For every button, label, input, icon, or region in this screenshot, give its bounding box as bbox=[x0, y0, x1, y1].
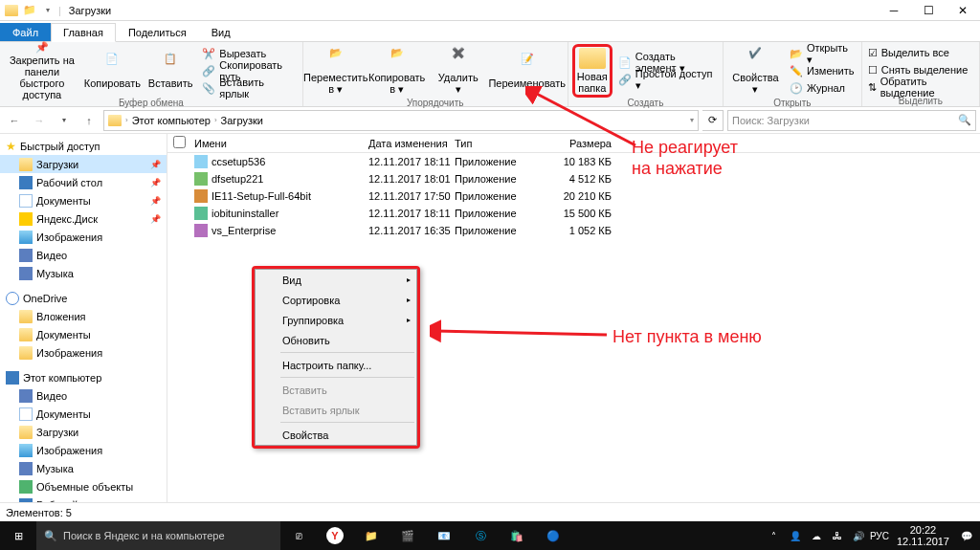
copy-to-button[interactable]: 📂Копировать в ▾ bbox=[368, 44, 426, 98]
sidebar-item-pc-pictures[interactable]: Изображения bbox=[0, 441, 167, 459]
tray-people-icon[interactable]: 👤 bbox=[786, 521, 805, 550]
folder-icon bbox=[579, 48, 606, 69]
tb-app4[interactable]: 🔵 bbox=[535, 521, 571, 550]
sidebar: ★Быстрый доступ Загрузки📌 Рабочий стол📌 … bbox=[0, 134, 167, 502]
tb-app2[interactable]: 📧 bbox=[426, 521, 462, 550]
table-row[interactable]: iobituninstaller 12.11.2017 18:11 Прилож… bbox=[167, 205, 980, 222]
clipboard-group-label: Буфер обмена bbox=[4, 98, 299, 109]
history-button[interactable]: 🕑 Журнал bbox=[788, 79, 858, 97]
sidebar-item-pc-music[interactable]: Музыка bbox=[0, 459, 167, 477]
tray-chevron-up-icon[interactable]: ˄ bbox=[765, 521, 784, 550]
qat-down-icon[interactable] bbox=[4, 3, 19, 18]
table-row[interactable]: ccsetup536 12.11.2017 18:11 Приложение 1… bbox=[167, 153, 980, 170]
ctx-sort[interactable]: Сортировка bbox=[256, 290, 416, 310]
sidebar-item-attachments[interactable]: Вложения bbox=[0, 307, 167, 325]
paste-button[interactable]: 📋Вставить bbox=[145, 44, 196, 98]
col-date[interactable]: Дата изменения bbox=[368, 138, 455, 149]
sidebar-item-pc-3d[interactable]: Объемные объекты bbox=[0, 477, 167, 495]
tray-lang[interactable]: РУС bbox=[870, 521, 889, 550]
tb-app3[interactable]: 🛍️ bbox=[499, 521, 535, 550]
properties-button[interactable]: ✔️Свойства ▾ bbox=[727, 44, 784, 98]
organize-group-label: Упорядочить bbox=[307, 98, 564, 109]
open-button[interactable]: 📂 Открыть ▾ bbox=[788, 45, 858, 62]
forward-button[interactable]: → bbox=[29, 110, 50, 131]
sidebar-item-pictures[interactable]: Изображения bbox=[0, 228, 167, 246]
tray-network-icon[interactable]: 🖧 bbox=[828, 521, 847, 550]
new-folder-button[interactable]: Новая папка bbox=[572, 44, 612, 98]
crumb-1[interactable]: Загрузки bbox=[221, 115, 263, 126]
col-type[interactable]: Тип bbox=[455, 138, 545, 149]
col-name[interactable]: Имени bbox=[190, 138, 368, 149]
maximize-button[interactable]: ☐ bbox=[911, 0, 946, 21]
select-all-checkbox[interactable] bbox=[173, 136, 186, 148]
tb-explorer[interactable]: 📁 bbox=[353, 521, 390, 550]
sidebar-item-documents[interactable]: Документы📌 bbox=[0, 191, 167, 209]
up-button[interactable]: ↑ bbox=[78, 110, 100, 131]
ribbon: 📌 Закрепить на панели быстрого доступа 📄… bbox=[0, 42, 980, 107]
edit-button[interactable]: ✏️ Изменить bbox=[788, 62, 858, 79]
tray-volume-icon[interactable]: 🔊 bbox=[849, 521, 868, 550]
paste-shortcut-button[interactable]: 📎 Вставить ярлык bbox=[200, 79, 298, 97]
search-input[interactable]: Поиск: Загрузки 🔍 bbox=[727, 110, 976, 131]
delete-button[interactable]: ✖️Удалить ▾ bbox=[430, 44, 487, 98]
move-to-button[interactable]: 📂Переместить в ▾ bbox=[307, 44, 365, 98]
tray-onedrive-icon[interactable]: ☁ bbox=[807, 521, 826, 550]
refresh-button[interactable]: ⟳ bbox=[702, 110, 724, 131]
sidebar-item-pc-downloads[interactable]: Загрузки bbox=[0, 423, 167, 441]
sidebar-item-pc-videos[interactable]: Видео bbox=[0, 386, 167, 405]
task-view-button[interactable]: ⎚ bbox=[280, 521, 317, 550]
start-button[interactable]: ⊞ bbox=[0, 521, 36, 550]
pc-icon bbox=[6, 371, 19, 385]
copy-button[interactable]: 📄Копировать bbox=[84, 44, 141, 98]
tab-home[interactable]: Главная bbox=[51, 23, 116, 42]
ctx-group[interactable]: Группировка bbox=[256, 310, 416, 330]
ctx-refresh[interactable]: Обновить bbox=[256, 330, 416, 350]
tab-file[interactable]: Файл bbox=[0, 23, 51, 41]
ctx-properties[interactable]: Свойства bbox=[256, 425, 416, 445]
recent-dropdown[interactable]: ▾ bbox=[54, 110, 75, 131]
tb-yandex[interactable]: Y bbox=[317, 521, 353, 550]
sidebar-item-videos[interactable]: Видео bbox=[0, 246, 167, 264]
sidebar-item-od-docs[interactable]: Документы bbox=[0, 325, 167, 343]
tb-skype[interactable]: Ⓢ bbox=[462, 521, 499, 550]
ctx-customize[interactable]: Настроить папку... bbox=[256, 355, 416, 375]
table-row[interactable]: vs_Enterprise 12.11.2017 16:35 Приложени… bbox=[167, 222, 980, 239]
back-button[interactable]: ← bbox=[4, 110, 25, 131]
sidebar-item-music[interactable]: Музыка bbox=[0, 264, 167, 282]
breadcrumb[interactable]: › Этот компьютер › Загрузки ▾ bbox=[103, 110, 699, 131]
invert-selection-button[interactable]: ⇅ Обратить выделение bbox=[866, 78, 975, 96]
sidebar-item-yandex[interactable]: Яндекс.Диск📌 bbox=[0, 209, 167, 228]
rename-button[interactable]: 📝Переименовать bbox=[491, 44, 564, 98]
notifications-button[interactable]: 💬 bbox=[957, 521, 976, 550]
pin-quick-access-button[interactable]: 📌 Закрепить на панели быстрого доступа bbox=[4, 44, 80, 98]
tray-clock[interactable]: 20:22 12.11.2017 bbox=[891, 524, 955, 547]
qat-new-folder-icon[interactable]: 📁 bbox=[22, 3, 37, 18]
ctx-view[interactable]: Вид bbox=[256, 270, 416, 290]
table-row[interactable]: IE11-Setup-Full-64bit 12.11.2017 17:50 П… bbox=[167, 187, 980, 205]
table-row[interactable]: dfsetup221 12.11.2017 18:01 Приложение 4… bbox=[167, 170, 980, 187]
onedrive-header[interactable]: OneDrive bbox=[0, 290, 167, 307]
select-all-button[interactable]: ☑ Выделить все bbox=[866, 44, 975, 61]
tab-share[interactable]: Поделиться bbox=[116, 23, 199, 41]
status-bar: Элементов: 5 bbox=[0, 502, 980, 521]
taskbar: ⊞ 🔍 Поиск в Яндекс и на компьютере ⎚ Y 📁… bbox=[0, 521, 980, 550]
ctx-paste: Вставить bbox=[256, 380, 416, 400]
close-button[interactable]: ✕ bbox=[946, 0, 980, 21]
open-group-label: Открыть bbox=[727, 98, 858, 109]
tb-app1[interactable]: 🎬 bbox=[390, 521, 426, 550]
quick-access-header[interactable]: ★Быстрый доступ bbox=[0, 138, 167, 155]
sidebar-item-od-pics[interactable]: Изображения bbox=[0, 343, 167, 362]
taskbar-search[interactable]: 🔍 Поиск в Яндекс и на компьютере bbox=[36, 521, 280, 550]
this-pc-header[interactable]: Этот компьютер bbox=[0, 369, 167, 386]
minimize-button[interactable]: ─ bbox=[877, 0, 911, 21]
sidebar-item-desktop[interactable]: Рабочий стол📌 bbox=[0, 173, 167, 191]
create-group-label: Создать bbox=[572, 98, 719, 109]
qat-dropdown-icon[interactable]: ▾ bbox=[40, 3, 56, 18]
tab-view[interactable]: Вид bbox=[199, 23, 243, 41]
easy-access-button[interactable]: 🔗 Простой доступ ▾ bbox=[616, 71, 719, 88]
sidebar-item-downloads[interactable]: Загрузки📌 bbox=[0, 155, 167, 173]
sidebar-item-pc-desktop[interactable]: Рабочий стол bbox=[0, 495, 167, 502]
col-size[interactable]: Размера bbox=[545, 138, 612, 149]
crumb-0[interactable]: Этот компьютер bbox=[132, 115, 211, 126]
sidebar-item-pc-docs[interactable]: Документы bbox=[0, 405, 167, 423]
